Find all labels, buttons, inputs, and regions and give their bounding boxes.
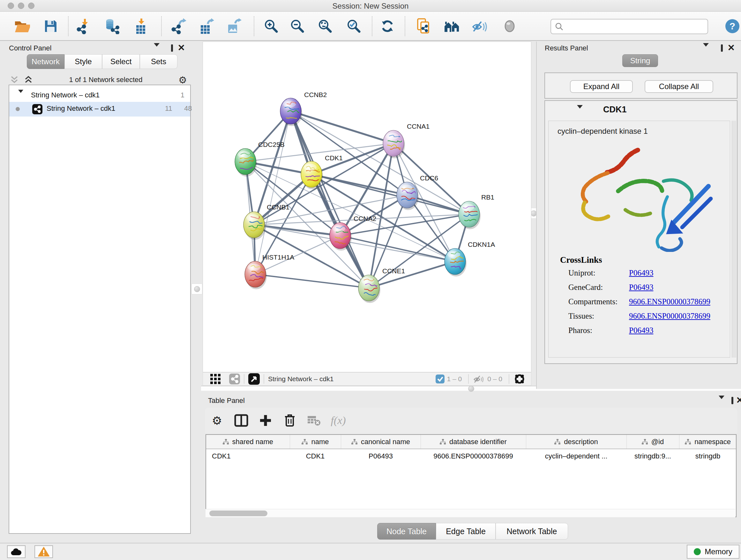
import-network-database-button[interactable] (103, 16, 121, 36)
open-in-string-button[interactable] (414, 16, 433, 36)
zoom-selected-button[interactable] (345, 16, 363, 36)
show-graphics-details-button[interactable] (500, 16, 519, 36)
table-hscrollbar[interactable] (205, 509, 735, 517)
tab-node-table[interactable]: Node Table (377, 523, 436, 540)
save-session-button[interactable] (42, 16, 60, 36)
warnings-button[interactable] (35, 545, 53, 558)
import-network-file-button[interactable] (75, 16, 93, 36)
zoom-fit-button[interactable] (316, 16, 334, 36)
table-cell[interactable]: stringdb:9... (626, 449, 679, 463)
network-node-HIST1H1A[interactable] (245, 261, 267, 289)
tab-style[interactable]: Style (64, 54, 102, 69)
panel-float-button[interactable] (731, 398, 733, 403)
memory-button[interactable]: Memory (687, 545, 739, 559)
table-cell[interactable]: stringdb (679, 449, 737, 463)
import-table-file-button[interactable] (132, 16, 150, 36)
crosslink-link[interactable]: P06493 (629, 283, 653, 292)
tab-network[interactable]: Network (27, 54, 64, 69)
column-header--id[interactable]: @id (626, 435, 679, 449)
table-cell[interactable]: CDK1 (290, 449, 341, 463)
crosslink-link[interactable]: P06493 (629, 268, 653, 277)
delete-column-button[interactable] (278, 412, 302, 429)
column-header-namespace[interactable]: namespace (679, 435, 737, 449)
panel-close-button[interactable]: ✕ (178, 45, 185, 51)
column-header-database-identifier[interactable]: database identifier (421, 435, 526, 449)
results-scrollbar[interactable] (732, 121, 736, 358)
zoom-out-button[interactable] (288, 16, 307, 36)
network-node-CCNE1[interactable] (358, 275, 381, 303)
expand-all-icon[interactable] (23, 76, 33, 84)
column-header-canonical-name[interactable]: canonical name (341, 435, 421, 449)
network-node-RB1[interactable] (459, 201, 481, 229)
hide-glass-effects-button[interactable] (470, 16, 489, 36)
panel-menu-button[interactable] (719, 399, 724, 405)
detach-view-icon[interactable] (248, 373, 260, 385)
crosslink-link[interactable]: 9606.ENSP00000378699 (629, 312, 711, 320)
add-column-button[interactable] (253, 412, 278, 429)
help-button[interactable]: ? (723, 16, 741, 36)
network-node-CDKN1A[interactable] (445, 248, 467, 276)
network-edge[interactable] (291, 111, 369, 288)
search-input[interactable] (563, 22, 700, 30)
panel-float-button[interactable] (721, 45, 723, 51)
network-node-CDK1[interactable] (301, 161, 323, 189)
table-row[interactable]: CDK1CDK1P064939606.ENSP00000378699cyclin… (206, 449, 737, 463)
network-edge[interactable] (312, 174, 469, 214)
collapse-all-button[interactable]: Collapse All (645, 80, 713, 93)
network-edge[interactable] (340, 236, 455, 261)
zoom-in-button[interactable] (262, 16, 280, 36)
birds-eye-view-icon[interactable] (513, 373, 526, 385)
network-node-CCNA2[interactable] (330, 223, 352, 251)
table-settings-button[interactable]: ⚙ (205, 412, 229, 429)
tab-edge-table[interactable]: Edge Table (436, 523, 495, 540)
gene-collapse-toggle[interactable] (577, 109, 583, 114)
panel-close-button[interactable]: ✕ (736, 398, 741, 403)
panel-menu-button[interactable] (154, 47, 159, 52)
panel-menu-button[interactable] (703, 47, 709, 52)
network-edge[interactable] (369, 261, 455, 288)
column-header-name[interactable]: name (290, 435, 341, 449)
network-node-CCNB2[interactable] (280, 98, 304, 126)
network-edge[interactable] (291, 111, 394, 143)
string-view-icon[interactable] (229, 374, 240, 384)
export-network-button[interactable] (170, 16, 188, 36)
expand-all-button[interactable]: Expand All (570, 80, 633, 93)
tab-select[interactable]: Select (102, 54, 140, 69)
selected-checkbox-icon[interactable] (435, 374, 445, 383)
network-edge[interactable] (291, 111, 469, 214)
table-cell[interactable]: P06493 (341, 449, 421, 463)
table-hscrollbar-thumb[interactable] (209, 510, 267, 516)
network-view[interactable]: CCNB2CCNA1CDC25BCDK1CDC6RB1CCNB1CCNA2CDK… (203, 42, 531, 372)
table-cell[interactable]: cyclin–dependent ... (526, 449, 626, 463)
export-image-button[interactable] (225, 16, 243, 36)
panel-close-button[interactable]: ✕ (728, 45, 735, 51)
cloud-status-button[interactable] (7, 545, 25, 558)
collapse-all-icon[interactable] (10, 76, 19, 84)
node-table[interactable]: shared namenamecanonical namedatabase id… (205, 434, 737, 517)
function-builder-button[interactable]: f(x) (326, 412, 350, 429)
table-cell[interactable]: CDK1 (206, 449, 290, 463)
network-edge[interactable] (255, 274, 369, 288)
crosslink-link[interactable]: P06493 (629, 326, 653, 334)
grid-view-icon[interactable] (210, 374, 221, 384)
tab-string-results[interactable]: String (622, 54, 658, 67)
delete-table-button[interactable] (302, 412, 326, 429)
network-row-selected[interactable]: String Network – cdk1 11 48 (9, 102, 190, 117)
network-canvas[interactable]: CCNB2CCNA1CDC25BCDK1CDC6RB1CCNB1CCNA2CDK… (203, 42, 531, 372)
network-edge[interactable] (254, 225, 340, 236)
open-session-button[interactable] (13, 16, 31, 36)
table-cell[interactable]: 9606.ENSP00000378699 (421, 449, 526, 463)
tab-network-table[interactable]: Network Table (495, 523, 568, 540)
column-header-description[interactable]: description (526, 435, 626, 449)
search-field[interactable] (550, 19, 708, 34)
left-splitter-handle[interactable] (192, 284, 202, 294)
network-collection-row[interactable]: String Network – cdk1 1 (9, 89, 190, 103)
network-options-gear-icon[interactable]: ⚙ (179, 74, 187, 85)
tab-sets[interactable]: Sets (140, 54, 178, 69)
column-header-shared-name[interactable]: shared name (206, 435, 290, 449)
panel-float-button[interactable] (171, 45, 173, 51)
export-table-button[interactable] (197, 16, 216, 36)
show-columns-button[interactable] (229, 412, 253, 429)
crosslink-link[interactable]: 9606.ENSP00000378699 (629, 297, 711, 306)
refresh-button[interactable] (378, 16, 397, 36)
